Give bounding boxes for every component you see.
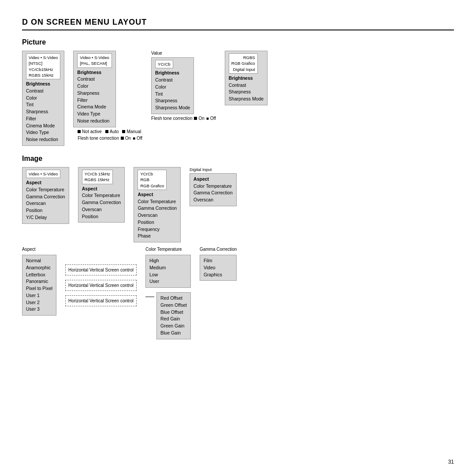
page: D ON SCREEN MENU LAYOUT Picture Video • …	[0, 0, 476, 357]
picture-menu-1: Video • S-Video[NTSC]YCrCb15kHzRGBS 15kH…	[22, 51, 64, 146]
page-number: 31	[448, 459, 454, 465]
pic2-item-6: Cinema Mode	[77, 104, 112, 111]
img3-item-4: Overscan	[138, 212, 177, 219]
pic4-item-1: Brightness	[229, 75, 264, 82]
value-label: Value	[151, 51, 162, 56]
noise-reduction-area: Not active Auto Manual Flesh tone correc…	[78, 129, 142, 141]
offset-item-3: Blue Offset	[160, 309, 187, 316]
picture-col3: Value YCrCb Brightness Contrast Color Ti…	[151, 51, 216, 121]
img1-item-2: Color Temperature	[26, 186, 65, 193]
gamma-item-1: Film	[204, 257, 233, 264]
pic1-item-3: Color	[26, 95, 60, 102]
img2-item-5: Position	[82, 213, 121, 220]
off-label1: ■ Off	[133, 136, 142, 141]
pic3-item-3: Color	[155, 84, 190, 91]
image-menu-3: YCrCbRGBRGB Grafico Aspect Color Tempera…	[134, 167, 181, 242]
auto-label: Auto	[105, 129, 119, 134]
not-active-bullet	[78, 130, 81, 133]
img1-item-6: Y/C Delay	[26, 214, 65, 221]
pos2-item-3: Screen control	[105, 283, 134, 288]
image-col4: Digital Input Aspect Color Temperature G…	[190, 167, 237, 206]
img3-item-5: Position	[138, 219, 177, 226]
pic3-item-6: Sharpness Mode	[155, 104, 190, 112]
image-col3: YCrCbRGBRGB Grafico Aspect Color Tempera…	[134, 167, 181, 242]
image-col1: Video • S-Video Aspect Color Temperature…	[22, 167, 69, 224]
picture-col1: Video • S-Video[NTSC]YCrCb15kHzRGBS 15kH…	[22, 51, 64, 146]
img1-item-3: Gamma Correction	[26, 193, 65, 201]
aspect-item-6: User 1	[26, 292, 52, 299]
offset-item-6: Blue Gain	[160, 330, 187, 337]
on-bullet1	[121, 137, 124, 140]
pic-header-1: Video • S-Video[NTSC]YCrCb15kHzRGBS 15kH…	[26, 53, 60, 79]
pos3-item-3: Screen control	[105, 298, 134, 303]
aspect-item-4: Panoramic	[26, 278, 52, 285]
manual-bullet	[122, 130, 125, 133]
img1-item-1: Aspect	[26, 179, 65, 186]
pic-header-4: RGBSRGB GraficoDigital Input	[229, 53, 258, 74]
offset-item-2: Green Offset	[160, 302, 187, 309]
gamma-col: Gamma Correction Film Video Graphics	[200, 247, 237, 281]
image-top-row: Video • S-Video Aspect Color Temperature…	[22, 167, 454, 242]
gamma-item-2: Video	[204, 264, 233, 271]
pic3-item-5: Sharpness	[155, 97, 190, 104]
user-offset-block: Red Offset Green Offset Blue Offset Red …	[145, 292, 191, 339]
position-col: Horizontal Vertical Screen control Horiz…	[65, 264, 137, 306]
img-header-4-label: Digital Input	[190, 167, 212, 172]
pic2-item-4: Sharpness	[77, 90, 112, 97]
position-box-1: Horizontal Vertical Screen control	[65, 264, 137, 275]
aspect-item-1: Normal	[26, 257, 52, 264]
picture-heading: Picture	[22, 38, 454, 46]
pos1-item-1: Horizontal	[68, 268, 88, 272]
pic2-item-5: Filter	[77, 97, 112, 104]
pic4-item-4: Sharpness Mode	[229, 96, 264, 103]
pic1-item-9: Noise reduction	[26, 136, 60, 143]
color-temp-menu: High Medium Low User	[145, 255, 191, 288]
image-menu-4: Aspect Color Temperature Gamma Correctio…	[190, 173, 237, 206]
pic2-item-1: Brightness	[77, 69, 112, 76]
ct-item-4: User	[149, 278, 187, 285]
on-label2: On	[194, 116, 204, 121]
aspect-col: Aspect Normal Anamorphic Letterbox Panor…	[22, 247, 56, 316]
img2-item-1: Aspect	[82, 186, 121, 193]
aspect-item-5: Pixel to Pixel	[26, 285, 52, 292]
offset-item-5: Green Gain	[160, 323, 187, 330]
pic2-item-3: Color	[77, 83, 112, 90]
gamma-item-3: Graphics	[204, 271, 233, 279]
image-heading: Image	[22, 155, 454, 163]
pic1-item-7: Cinema Mode	[26, 123, 60, 130]
img3-item-1: Aspect	[138, 191, 177, 198]
img-header-1: Video • S-Video	[26, 170, 60, 178]
ct-item-2: Medium	[149, 264, 187, 271]
ct-item-3: Low	[149, 271, 187, 279]
img1-item-5: Position	[26, 207, 65, 214]
image-menu-1: Video • S-Video Aspect Color Temperature…	[22, 167, 69, 224]
picture-menu-3: YCrCb Brightness Contrast Color Tint Sha…	[151, 57, 194, 114]
offset-item-4: Red Gain	[160, 316, 187, 323]
color-temp-col: Color Temperature High Medium Low User R…	[145, 247, 191, 339]
manual-label: Manual	[122, 129, 141, 134]
img1-item-4: Overscan	[26, 200, 65, 207]
img4-item-1: Aspect	[193, 176, 233, 183]
img3-item-6: Frequency	[138, 226, 177, 233]
page-title: D ON SCREEN MENU LAYOUT	[22, 18, 454, 30]
gamma-menu: Film Video Graphics	[200, 255, 237, 281]
pos3-item-2: Vertical	[89, 298, 104, 303]
img4-item-3: Gamma Correction	[193, 190, 233, 197]
picture-top-row: Video • S-Video[NTSC]YCrCb15kHzRGBS 15kH…	[22, 51, 454, 146]
img4-item-2: Color Temperature	[193, 183, 233, 190]
image-bottom-row: Aspect Normal Anamorphic Letterbox Panor…	[22, 247, 454, 339]
picture-col4: RGBSRGB GraficoDigital Input Brightness …	[225, 51, 268, 105]
pic-header-3: YCrCb	[155, 60, 173, 68]
pic2-item-8: Noise reduction	[77, 118, 112, 125]
aspect-item-3: Letterbox	[26, 271, 52, 279]
pic2-item-2: Contrast	[77, 76, 112, 83]
img3-item-7: Phase	[138, 233, 177, 240]
img2-item-2: Color Temperature	[82, 192, 121, 199]
img-header-2: YCrCb 15kHzRGBS 15kHz	[82, 170, 113, 184]
offset-item-1: Red Offset	[160, 295, 187, 302]
img2-item-4: Overscan	[82, 206, 121, 213]
not-active-label: Not active	[78, 129, 101, 134]
flesh-tone-label2: Flesh tone correction	[151, 116, 192, 121]
picture-section: Picture Video • S-Video[NTSC]YCrCb15kHzR…	[22, 38, 454, 146]
pic1-item-4: Tint	[26, 101, 60, 108]
